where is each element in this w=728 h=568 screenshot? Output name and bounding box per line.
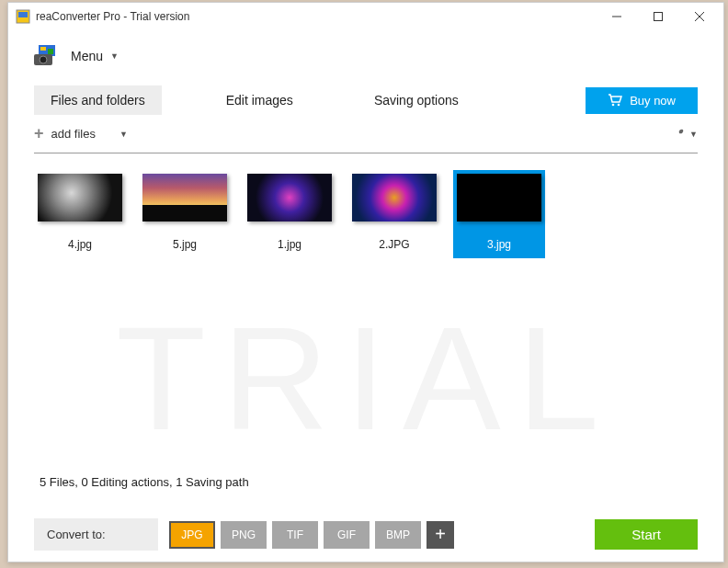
thumbnail-label: 2.JPG (348, 238, 440, 251)
start-button[interactable]: Start (595, 519, 698, 550)
chevron-down-icon: ▼ (110, 51, 119, 61)
format-jpg-button[interactable]: JPG (169, 521, 215, 549)
tab-edit-images[interactable]: Edit images (210, 85, 310, 115)
chevron-down-icon: ▼ (119, 130, 128, 139)
buy-now-label: Buy now (630, 94, 676, 108)
format-png-button[interactable]: PNG (221, 521, 267, 549)
status-bar: 5 Files, 0 Editing actions, 1 Saving pat… (8, 475, 723, 506)
thumbnail-item-selected[interactable]: 3.jpg (453, 170, 545, 258)
trial-watermark: TRIAL (116, 294, 615, 463)
format-tif-button[interactable]: TIF (272, 521, 318, 549)
svg-point-10 (40, 56, 47, 63)
svg-point-12 (618, 104, 620, 107)
app-window: reaConverter Pro - Trial version Menu ▼ … (7, 2, 724, 562)
format-buttons: JPG PNG TIF GIF BMP + (169, 521, 454, 549)
cart-icon (608, 94, 622, 107)
thumbnail-label: 4.jpg (34, 238, 126, 251)
chevron-down-icon: ▼ (689, 130, 698, 139)
thumbnail-item[interactable]: 4.jpg (34, 170, 126, 258)
maximize-button[interactable] (637, 4, 678, 30)
thumbnail-image (247, 174, 332, 222)
thumbnail-label: 5.jpg (139, 238, 231, 251)
svg-rect-7 (40, 47, 46, 51)
menu-label: Menu (71, 49, 103, 63)
add-files-button[interactable]: + add files ▼ (34, 124, 128, 143)
thumbnail-grid: 4.jpg 5.jpg 1.jpg 2.JPG 3.jpg (34, 170, 698, 258)
format-bmp-button[interactable]: BMP (375, 521, 421, 549)
app-icon-small (16, 9, 30, 24)
close-button[interactable] (678, 4, 720, 30)
tab-files-and-folders[interactable]: Files and folders (34, 85, 162, 115)
minimize-button[interactable] (596, 4, 637, 30)
plus-icon: + (34, 124, 44, 143)
svg-rect-8 (48, 49, 53, 54)
add-files-label: add files (51, 127, 96, 141)
app-icon (34, 45, 58, 67)
thumbnail-label: 3.jpg (453, 238, 545, 251)
svg-rect-1 (18, 12, 28, 17)
format-add-button[interactable]: + (427, 521, 454, 549)
tab-saving-options[interactable]: Saving options (358, 85, 475, 115)
thumbnail-image (457, 174, 541, 222)
svg-point-11 (612, 104, 615, 107)
convert-to-label: Convert to: (34, 518, 158, 551)
window-title: reaConverter Pro - Trial version (36, 10, 596, 23)
buy-now-button[interactable]: Buy now (586, 87, 698, 114)
svg-rect-3 (654, 13, 662, 21)
toolbar: + add files ▼ ▼ (8, 119, 723, 153)
menubar: Menu ▼ (8, 30, 723, 82)
thumbnail-image (142, 174, 227, 222)
bottom-bar: Convert to: JPG PNG TIF GIF BMP + Start (8, 506, 723, 563)
menu-dropdown[interactable]: Menu ▼ (71, 49, 119, 63)
thumbnail-item[interactable]: 5.jpg (139, 170, 231, 258)
content-area: TRIAL 4.jpg 5.jpg 1.jpg 2.JPG 3.jpg (8, 153, 723, 475)
thumbnail-item[interactable]: 1.jpg (244, 170, 336, 258)
wrench-icon (671, 127, 686, 142)
thumbnail-image (38, 174, 122, 222)
titlebar: reaConverter Pro - Trial version (8, 3, 723, 30)
settings-dropdown[interactable]: ▼ (671, 127, 698, 142)
thumbnail-label: 1.jpg (244, 238, 336, 251)
thumbnail-image (352, 174, 437, 222)
thumbnail-item[interactable]: 2.JPG (348, 170, 440, 258)
tabs-bar: Files and folders Edit images Saving opt… (8, 82, 723, 119)
format-gif-button[interactable]: GIF (324, 521, 370, 549)
